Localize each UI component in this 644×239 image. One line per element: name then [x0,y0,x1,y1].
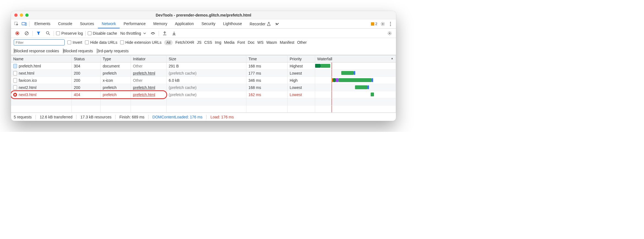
blocked-cookies-checkbox[interactable]: Blocked response cookies [14,49,59,53]
type-filter-manifest[interactable]: Manifest [280,40,295,45]
tab-sources[interactable]: Sources [76,20,98,28]
error-icon [13,93,17,97]
settings-icon[interactable] [379,20,387,28]
table-row[interactable]: favicon.ico200x-iconOther6.0 kB346 msHig… [11,77,396,84]
network-conditions-icon[interactable] [149,30,156,37]
preserve-log-checkbox[interactable]: Preserve log [56,31,83,36]
type-filter-font[interactable]: Font [237,40,245,45]
type-filter-img[interactable]: Img [215,40,221,45]
record-icon[interactable] [14,30,21,37]
svg-point-5 [390,23,391,24]
network-table: Name Status Type Initiator Size Time Pri… [11,55,396,113]
tabs-container: ElementsConsoleSourcesNetworkPerformance… [31,20,246,28]
network-settings-icon[interactable] [386,30,393,37]
type-filter-all[interactable]: All [164,40,172,45]
table-row[interactable]: next3.html404prefetchprefetch.html(prefe… [11,91,396,98]
svg-rect-8 [16,32,18,34]
inspect-element-icon[interactable] [13,20,20,28]
upload-har-icon[interactable] [161,30,168,37]
table-row[interactable]: next.html200prefetchprefetch.html(prefet… [11,70,396,77]
sort-asc-icon: ▲ [391,57,393,60]
third-party-checkbox[interactable]: 3rd-party requests [97,49,129,53]
preserve-log-label: Preserve log [61,31,83,36]
close-window[interactable] [14,13,18,17]
col-header-size[interactable]: Size [166,55,246,63]
disable-cache-label: Disable cache [93,31,117,36]
table-row[interactable]: next2.html200prefetchprefetch.html(prefe… [11,84,396,91]
device-toolbar-icon[interactable] [20,20,28,28]
type-filter-wasm[interactable]: Wasm [266,40,277,45]
type-filter-media[interactable]: Media [224,40,235,45]
type-filter-css[interactable]: CSS [204,40,212,45]
col-header-initiator[interactable]: Initiator [131,55,166,63]
tab-elements[interactable]: Elements [31,20,54,28]
filter-bar-2: Blocked response cookies Blocked request… [11,47,396,55]
col-header-priority[interactable]: Priority [287,55,315,63]
minimize-window[interactable] [20,13,23,17]
filter-icon[interactable] [35,30,42,37]
network-table-wrap: Name Status Type Initiator Size Time Pri… [11,55,396,113]
col-header-name[interactable]: Name [11,55,71,63]
svg-line-12 [49,34,50,35]
col-header-status[interactable]: Status [71,55,100,63]
document-icon [13,64,17,68]
table-header-row: Name Status Type Initiator Size Time Pri… [11,55,396,63]
svg-line-10 [26,32,28,34]
request-waterfall [315,63,396,70]
tab-network[interactable]: Network [98,20,120,28]
request-status: 200 [71,84,100,91]
kebab-menu-icon[interactable] [387,20,394,28]
request-priority: Highest [287,63,315,70]
status-requests: 5 requests [14,115,32,119]
download-har-icon[interactable] [170,30,178,37]
hide-extension-urls-checkbox[interactable]: Hide extension URLs [120,40,162,45]
search-icon[interactable] [44,30,51,37]
request-time: 346 ms [246,77,287,84]
tab-lighthouse[interactable]: Lighthouse [219,20,246,28]
request-time: 162 ms [246,91,287,98]
status-dcl: DOMContentLoaded: 176 ms [152,115,202,119]
devtools-window: DevTools - prerender-demos.glitch.me/pre… [11,11,396,121]
tab-memory[interactable]: Memory [150,20,171,28]
tab-security[interactable]: Security [198,20,219,28]
file-icon [13,78,17,83]
col-header-type[interactable]: Type [100,55,131,63]
tab-application[interactable]: Application [171,20,198,28]
clear-icon[interactable] [23,30,30,37]
tab-recorder[interactable]: Recorder [246,20,275,28]
request-time: 168 ms [246,63,287,70]
request-priority: Lowest [287,70,315,77]
type-filters: AllFetch/XHRJSCSSImgMediaFontDocWSWasmMa… [164,40,307,45]
type-filter-other[interactable]: Other [297,40,307,45]
initiator-link[interactable]: prefetch.html [133,93,155,97]
filter-input[interactable] [14,39,65,45]
file-icon [13,85,17,90]
type-filter-js[interactable]: JS [197,40,201,45]
type-filter-ws[interactable]: WS [257,40,264,45]
flask-icon [267,22,271,26]
table-row[interactable]: prefetch.html304documentOther291 B168 ms… [11,63,396,70]
request-waterfall [315,77,396,84]
hide-data-urls-checkbox[interactable]: Hide data URLs [85,40,117,45]
warnings-badge[interactable]: 2 [369,22,379,26]
blocked-requests-checkbox[interactable]: Blocked requests [63,49,93,53]
maximize-window[interactable] [25,13,29,17]
disable-cache-checkbox[interactable]: Disable cache [88,31,117,36]
col-header-time[interactable]: Time [246,55,287,63]
request-type: prefetch [100,70,131,77]
request-name: next.html [19,71,34,75]
type-filter-fetchxhr[interactable]: Fetch/XHR [175,40,194,45]
request-size: 291 B [166,63,246,70]
initiator-link[interactable]: prefetch.html [133,85,155,90]
request-initiator: prefetch.html [131,91,166,98]
traffic-lights [14,13,29,17]
col-header-waterfall[interactable]: Waterfall▲ [315,55,396,63]
type-filter-doc[interactable]: Doc [248,40,255,45]
throttling-select[interactable]: No throttling [119,31,147,36]
request-type: prefetch [100,91,131,98]
more-tabs-icon[interactable]: » [274,20,282,28]
initiator-link[interactable]: prefetch.html [133,71,155,75]
tab-console[interactable]: Console [54,20,76,28]
invert-checkbox[interactable]: Invert [67,40,82,45]
tab-performance[interactable]: Performance [120,20,149,28]
